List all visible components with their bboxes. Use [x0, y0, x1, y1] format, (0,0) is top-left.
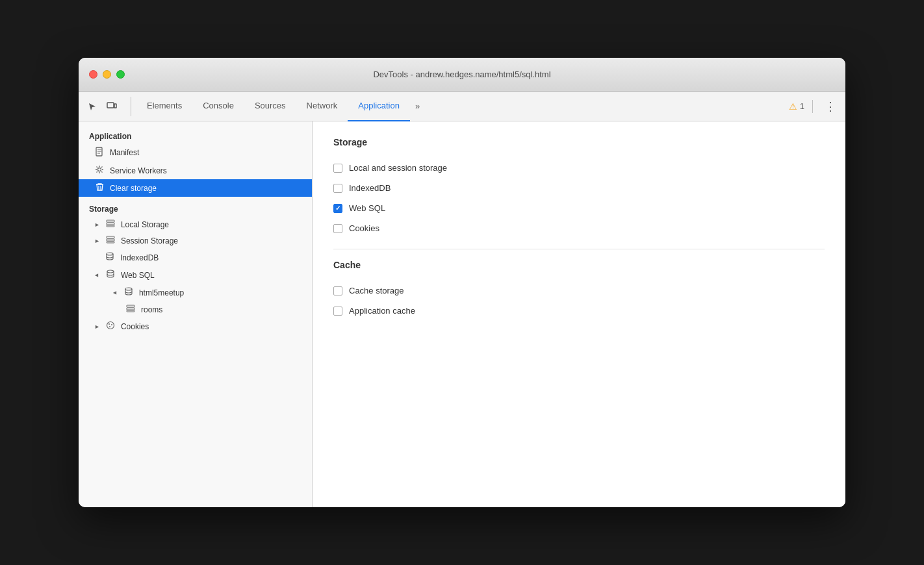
- svg-point-10: [107, 253, 113, 255]
- more-menu-button[interactable]: ⋮: [821, 99, 840, 114]
- tab-bar-right: ⚠ 1 ⋮: [789, 99, 840, 114]
- svg-rect-8: [107, 239, 114, 241]
- checkbox-row-app-cache: Application cache: [333, 301, 825, 321]
- svg-rect-6: [107, 225, 114, 227]
- devtools-panel: Elements Console Sources Network Applica…: [79, 92, 845, 507]
- tab-network[interactable]: Network: [296, 92, 348, 121]
- html5meetup-arrow: ▼: [112, 290, 118, 295]
- cursor-icon[interactable]: [84, 98, 101, 115]
- svg-point-16: [107, 322, 114, 329]
- tab-sources[interactable]: Sources: [244, 92, 296, 121]
- svg-rect-15: [127, 310, 135, 312]
- device-icon[interactable]: [103, 98, 120, 115]
- cache-section-title: Cache: [333, 260, 825, 270]
- sidebar-item-rooms[interactable]: rooms: [79, 301, 312, 318]
- session-storage-arrow: ►: [94, 238, 100, 244]
- close-button[interactable]: [89, 70, 97, 79]
- sidebar-item-manifest[interactable]: Manifest: [79, 144, 312, 162]
- indexeddb-content-label: IndexedDB: [349, 183, 391, 193]
- svg-point-11: [107, 270, 114, 273]
- local-session-checkbox[interactable]: [333, 164, 342, 173]
- maximize-button[interactable]: [116, 70, 125, 79]
- devtools-window: DevTools - andrew.hedges.name/html5/sql.…: [79, 58, 845, 507]
- cookies-content-label: Cookies: [349, 223, 379, 233]
- gear-icon: [94, 165, 105, 176]
- storage-section-title: Storage: [333, 137, 825, 147]
- warning-count: 1: [800, 101, 804, 111]
- session-storage-icon: [105, 236, 116, 245]
- svg-point-18: [111, 324, 112, 325]
- svg-point-3: [98, 168, 101, 171]
- title-bar: DevTools - andrew.hedges.name/html5/sql.…: [79, 58, 845, 92]
- checkbox-row-indexeddb: IndexedDB: [333, 178, 825, 198]
- websql-label: Web SQL: [121, 271, 155, 280]
- websql-icon: [105, 270, 116, 281]
- sidebar-item-cookies[interactable]: ► Cookies: [79, 318, 312, 335]
- svg-rect-14: [127, 308, 135, 310]
- traffic-lights: [89, 70, 125, 79]
- tab-overflow[interactable]: »: [410, 101, 425, 111]
- tab-elements[interactable]: Elements: [136, 92, 192, 121]
- tab-console[interactable]: Console: [192, 92, 244, 121]
- svg-rect-0: [107, 103, 114, 108]
- svg-rect-1: [114, 104, 116, 108]
- app-cache-checkbox[interactable]: [333, 307, 342, 316]
- cookies-icon: [105, 321, 116, 332]
- cookies-arrow: ►: [94, 323, 100, 330]
- cookies-checkbox[interactable]: [333, 224, 342, 233]
- section-divider: [333, 249, 825, 249]
- svg-point-12: [125, 288, 132, 290]
- sidebar-item-local-storage[interactable]: ► Local Storage: [79, 216, 312, 232]
- storage-section-label: Storage: [79, 197, 312, 216]
- indexeddb-icon: [105, 252, 115, 263]
- toolbar-icons: [84, 98, 120, 115]
- local-session-label: Local and session storage: [349, 163, 447, 173]
- rooms-icon: [125, 305, 136, 314]
- rooms-label: rooms: [141, 305, 162, 314]
- app-cache-label: Application cache: [349, 306, 415, 316]
- checkbox-row-cookies: Cookies: [333, 218, 825, 238]
- svg-rect-9: [107, 242, 114, 243]
- local-storage-label: Local Storage: [121, 220, 169, 229]
- checkbox-row-cache-storage: Cache storage: [333, 281, 825, 301]
- cache-storage-label: Cache storage: [349, 286, 404, 295]
- svg-point-17: [109, 323, 110, 325]
- sidebar-item-service-workers[interactable]: Service Workers: [79, 162, 312, 179]
- sidebar-item-html5meetup[interactable]: ▼ html5meetup: [79, 284, 312, 301]
- websql-checkbox[interactable]: [333, 204, 342, 213]
- svg-point-19: [109, 326, 110, 327]
- sidebar-item-clear-storage[interactable]: Clear storage: [79, 179, 312, 197]
- service-workers-label: Service Workers: [110, 166, 167, 175]
- window-title: DevTools - andrew.hedges.name/html5/sql.…: [373, 69, 550, 79]
- minimize-button[interactable]: [103, 70, 111, 79]
- html5meetup-icon: [123, 287, 134, 298]
- manifest-icon: [94, 147, 105, 158]
- svg-rect-13: [127, 305, 135, 307]
- cookies-label: Cookies: [121, 322, 149, 331]
- tab-divider: [131, 97, 131, 116]
- content-panel: Storage Local and session storage Indexe…: [313, 121, 845, 507]
- main-area: Application Manifest: [79, 121, 845, 507]
- websql-content-label: Web SQL: [349, 203, 385, 213]
- warning-icon: ⚠: [789, 101, 797, 112]
- sidebar: Application Manifest: [79, 121, 313, 507]
- session-storage-label: Session Storage: [121, 236, 178, 245]
- sidebar-item-websql[interactable]: ▼ Web SQL: [79, 266, 312, 284]
- indexeddb-label: IndexedDB: [120, 253, 159, 262]
- svg-rect-4: [107, 220, 114, 222]
- sidebar-item-session-storage[interactable]: ► Session Storage: [79, 232, 312, 249]
- tabs-container: Elements Console Sources Network Applica…: [136, 92, 789, 121]
- tab-application[interactable]: Application: [348, 92, 410, 121]
- checkbox-row-local-session: Local and session storage: [333, 158, 825, 178]
- warning-badge[interactable]: ⚠ 1: [789, 101, 804, 112]
- local-storage-icon: [105, 220, 116, 229]
- websql-arrow: ▼: [94, 272, 100, 278]
- svg-rect-7: [107, 236, 114, 238]
- clear-storage-label: Clear storage: [110, 184, 157, 193]
- right-divider: [812, 100, 813, 113]
- tab-bar: Elements Console Sources Network Applica…: [79, 92, 845, 121]
- cache-storage-checkbox[interactable]: [333, 286, 342, 295]
- sidebar-item-indexeddb[interactable]: IndexedDB: [79, 249, 312, 266]
- local-storage-arrow: ►: [94, 221, 100, 228]
- indexeddb-checkbox[interactable]: [333, 184, 342, 193]
